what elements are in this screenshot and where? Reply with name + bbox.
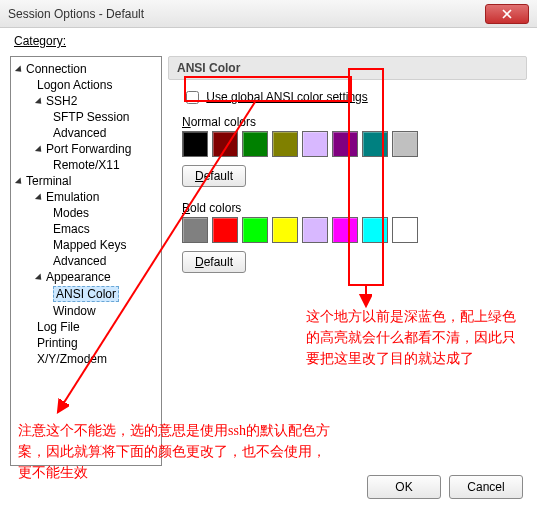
color-swatch[interactable] xyxy=(392,131,418,157)
color-swatch[interactable] xyxy=(332,217,358,243)
annotation-text-right: 这个地方以前是深蓝色，配上绿色的高亮就会什么都看不清，因此只要把这里改了目的就达… xyxy=(306,306,516,369)
tree-terminal[interactable]: Terminal xyxy=(13,173,159,189)
tree-printing[interactable]: Printing xyxy=(13,335,159,351)
tree-remotex11[interactable]: Remote/X11 xyxy=(13,157,159,173)
tree-xyzmodem[interactable]: X/Y/Zmodem xyxy=(13,351,159,367)
category-tree[interactable]: Connection Logon Actions SSH2 SFTP Sessi… xyxy=(10,56,162,466)
color-swatch[interactable] xyxy=(242,217,268,243)
color-swatch[interactable] xyxy=(242,131,268,157)
use-global-checkbox[interactable] xyxy=(186,91,199,104)
color-swatch[interactable] xyxy=(392,217,418,243)
normal-colors-label: Normal colors xyxy=(168,111,527,131)
color-swatch[interactable] xyxy=(302,217,328,243)
tree-advanced[interactable]: Advanced xyxy=(13,125,159,141)
tree-mappedkeys[interactable]: Mapped Keys xyxy=(13,237,159,253)
tree-logon[interactable]: Logon Actions xyxy=(13,77,159,93)
tree-advanced2[interactable]: Advanced xyxy=(13,253,159,269)
settings-panel: ANSI Color Use global ANSI color setting… xyxy=(168,56,527,468)
tree-ansicolor[interactable]: ANSI Color xyxy=(13,285,159,303)
expand-icon xyxy=(15,65,24,74)
close-button[interactable] xyxy=(485,4,529,24)
group-title: ANSI Color xyxy=(168,56,527,80)
color-swatch[interactable] xyxy=(272,131,298,157)
color-swatch[interactable] xyxy=(302,131,328,157)
default-bold-button[interactable]: Default xyxy=(182,251,246,273)
annotation-text-left: 注意这个不能选，选的意思是使用ssh的默认配色方案，因此就算将下面的颜色更改了，… xyxy=(18,420,338,483)
color-swatch[interactable] xyxy=(182,131,208,157)
tree-portfwd[interactable]: Port Forwarding xyxy=(13,141,159,157)
ok-button[interactable]: OK xyxy=(367,475,441,499)
tree-appearance[interactable]: Appearance xyxy=(13,269,159,285)
tree-modes[interactable]: Modes xyxy=(13,205,159,221)
color-swatch[interactable] xyxy=(182,217,208,243)
expand-icon xyxy=(35,145,44,154)
expand-icon xyxy=(35,273,44,282)
bold-colors-label: Bold colors xyxy=(168,197,527,217)
cancel-button[interactable]: Cancel xyxy=(449,475,523,499)
tree-connection[interactable]: Connection xyxy=(13,61,159,77)
expand-icon xyxy=(15,177,24,186)
bold-color-swatches xyxy=(168,217,527,249)
color-swatch[interactable] xyxy=(212,217,238,243)
title-bar: Session Options - Default xyxy=(0,0,537,28)
color-swatch[interactable] xyxy=(362,217,388,243)
tree-sftp[interactable]: SFTP Session xyxy=(13,109,159,125)
tree-ssh2[interactable]: SSH2 xyxy=(13,93,159,109)
color-swatch[interactable] xyxy=(362,131,388,157)
color-swatch[interactable] xyxy=(332,131,358,157)
expand-icon xyxy=(35,97,44,106)
normal-color-swatches xyxy=(168,131,527,163)
category-label: Category: xyxy=(14,34,66,48)
default-normal-button[interactable]: Default xyxy=(182,165,246,187)
color-swatch[interactable] xyxy=(272,217,298,243)
tree-logfile[interactable]: Log File xyxy=(13,319,159,335)
dialog-footer: OK Cancel xyxy=(367,475,523,499)
tree-window[interactable]: Window xyxy=(13,303,159,319)
color-swatch[interactable] xyxy=(212,131,238,157)
window-title: Session Options - Default xyxy=(8,7,485,21)
tree-emulation[interactable]: Emulation xyxy=(13,189,159,205)
expand-icon xyxy=(35,193,44,202)
use-global-label[interactable]: Use global ANSI color settings xyxy=(206,90,367,104)
close-icon xyxy=(502,9,512,19)
tree-emacs[interactable]: Emacs xyxy=(13,221,159,237)
